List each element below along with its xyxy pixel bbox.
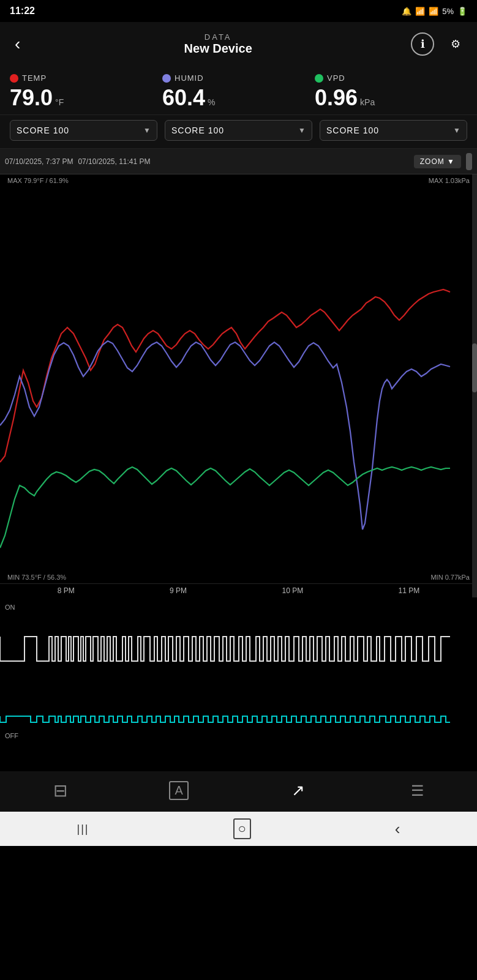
svg-rect-0 — [0, 187, 477, 572]
header-center: DATA New Device — [25, 32, 411, 56]
humid-value: 60.4 — [162, 85, 205, 111]
humid-label: HUMID — [175, 73, 204, 83]
signals-container: ON OFF — [0, 597, 477, 769]
humid-sensor: HUMID 60.4 % — [162, 73, 315, 111]
signal-icon: 📶 — [429, 7, 438, 16]
vpd-score-arrow: ▼ — [453, 126, 460, 135]
chart-container: MAX 79.9°F / 61.9% MAX 1.03kPa MIN 73.5°… — [0, 174, 477, 597]
vpd-label: VPD — [327, 73, 345, 83]
max-label-right: MAX 1.03kPa — [429, 177, 470, 184]
scrollbar-track — [472, 174, 477, 597]
temp-sensor: TEMP 79.0 °F — [10, 73, 162, 111]
vpd-dot — [315, 74, 323, 83]
humid-unit: % — [208, 97, 215, 107]
time-label-1: 9 PM — [170, 586, 187, 595]
bottom-nav: ⊟ A ↗ ☰ — [0, 769, 477, 812]
vpd-sensor: VPD 0.96 kPa — [315, 73, 467, 111]
time-label-3: 11 PM — [399, 586, 420, 595]
min-label-left: MIN 73.5°F / 56.3% — [7, 574, 66, 581]
back-button[interactable]: ‹ — [10, 32, 25, 56]
min-label-right: MIN 0.77kPa — [430, 574, 470, 581]
vpd-score-dropdown[interactable]: SCORE 100 ▼ — [320, 120, 467, 141]
gear-icon: ⚙ — [451, 37, 460, 51]
list-icon: ☰ — [411, 782, 424, 799]
digital-signals-svg — [0, 600, 477, 771]
date-zoom-bar: 07/10/2025, 7:37 PM 07/10/2025, 11:41 PM… — [0, 149, 477, 174]
humid-score-dropdown[interactable]: SCORE 100 ▼ — [165, 120, 312, 141]
wifi-icon: 📶 — [415, 7, 425, 16]
scrollbar-thumb[interactable] — [472, 343, 477, 392]
android-home-button[interactable]: ○ — [233, 818, 251, 839]
battery-icon: 🔋 — [457, 7, 467, 16]
temp-unit: °F — [55, 97, 64, 107]
temp-score-arrow: ▼ — [143, 126, 151, 135]
nav-settings-button[interactable]: ⊟ — [0, 776, 119, 806]
info-icon: ℹ — [421, 37, 425, 51]
nav-chart-button[interactable]: ↗ — [239, 776, 358, 806]
page-title: DATA — [25, 32, 411, 42]
time-label-2: 10 PM — [282, 586, 304, 595]
temp-value: 79.0 — [10, 85, 53, 111]
device-name: New Device — [25, 42, 411, 56]
nav-list-button[interactable]: ☰ — [358, 776, 477, 806]
temp-label: TEMP — [22, 73, 47, 83]
date-range: 07/10/2025, 7:37 PM 07/10/2025, 11:41 PM — [5, 157, 409, 166]
humid-score-arrow: ▼ — [298, 126, 306, 135]
battery-percent: 5% — [442, 7, 454, 16]
settings-button[interactable]: ⚙ — [444, 32, 467, 56]
android-nav: ||| ○ ‹ — [0, 812, 477, 846]
max-label-left: MAX 79.9°F / 61.9% — [7, 177, 69, 184]
score-row: SCORE 100 ▼ SCORE 100 ▼ SCORE 100 ▼ — [0, 115, 477, 149]
chart-icon: ↗ — [291, 781, 305, 800]
header-actions: ℹ ⚙ — [411, 32, 467, 56]
alarm-icon: 🔔 — [402, 7, 411, 16]
date-start: 07/10/2025, 7:37 PM — [5, 157, 73, 166]
zoom-button[interactable]: ZOOM ▼ — [414, 155, 461, 168]
info-button[interactable]: ℹ — [411, 32, 434, 56]
humid-dot — [162, 74, 171, 83]
sensor-row: TEMP 79.0 °F HUMID 60.4 % VPD 0.96 kPa — [0, 66, 477, 115]
main-chart-svg — [0, 187, 477, 572]
status-bar: 11:22 🔔 📶 📶 5% 🔋 — [0, 0, 477, 22]
time-label-0: 8 PM — [58, 586, 75, 595]
vpd-value: 0.96 — [315, 85, 358, 111]
vpd-unit: kPa — [360, 97, 375, 107]
temp-dot — [10, 74, 18, 83]
android-back-button[interactable]: ‹ — [395, 820, 400, 839]
temp-score-label: SCORE 100 — [17, 125, 69, 135]
svg-rect-1 — [0, 600, 477, 771]
signal-on-label: ON — [5, 604, 15, 611]
nav-display-button[interactable]: A — [119, 776, 239, 806]
date-end: 07/10/2025, 11:41 PM — [78, 157, 150, 166]
vpd-score-label: SCORE 100 — [326, 125, 379, 135]
sliders-icon: ⊟ — [53, 780, 66, 801]
chart-max-labels: MAX 79.9°F / 61.9% MAX 1.03kPa — [0, 174, 477, 187]
header: ‹ DATA New Device ℹ ⚙ — [0, 22, 477, 66]
status-icons: 🔔 📶 📶 5% 🔋 — [402, 7, 467, 16]
android-recent-button[interactable]: ||| — [77, 823, 89, 836]
chart-time-labels: 8 PM 9 PM 10 PM 11 PM — [0, 583, 477, 597]
signal-off-label: OFF — [5, 732, 18, 739]
display-icon: A — [169, 781, 188, 800]
humid-score-label: SCORE 100 — [171, 125, 224, 135]
chart-min-labels: MIN 73.5°F / 56.3% MIN 0.77kPa — [0, 572, 477, 583]
temp-score-dropdown[interactable]: SCORE 100 ▼ — [10, 120, 157, 141]
status-time: 11:22 — [10, 6, 35, 17]
scroll-indicator — [466, 153, 472, 170]
